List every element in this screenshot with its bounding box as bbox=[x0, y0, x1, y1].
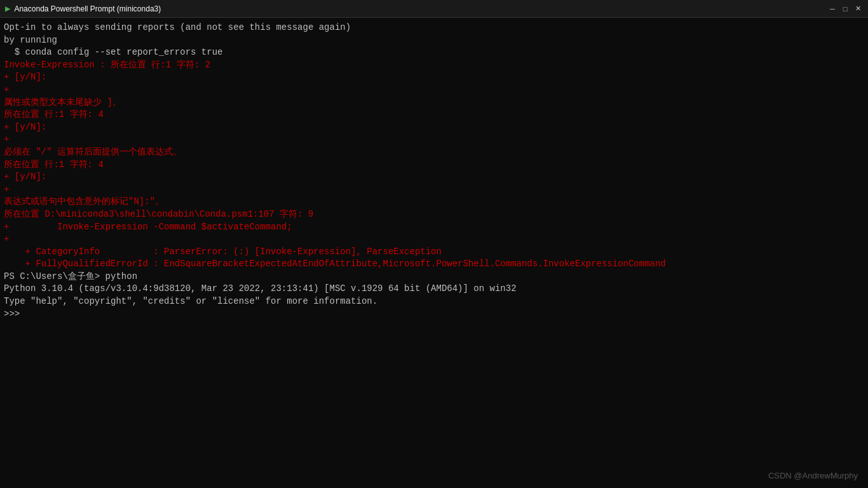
terminal-line: PS C:\Users\盒子鱼> python bbox=[4, 271, 864, 283]
close-button[interactable]: ✕ bbox=[853, 4, 863, 14]
terminal-line: + bbox=[4, 84, 864, 97]
terminal-line: $ conda config --set report_errors true bbox=[4, 46, 864, 59]
terminal-line: Opt-in to always sending reports (and no… bbox=[4, 22, 864, 34]
terminal-line: 表达式或语句中包含意外的标记"N]:"。 bbox=[4, 196, 864, 208]
terminal-line: + bbox=[4, 133, 864, 146]
title-bar-controls: ─ □ ✕ bbox=[827, 4, 863, 14]
terminal-line: Python 3.10.4 (tags/v3.10.4:9d38120, Mar… bbox=[4, 283, 864, 295]
terminal-line: 所在位置 行:1 字符: 4 bbox=[4, 109, 864, 121]
terminal-line: by running bbox=[4, 34, 864, 47]
terminal-line: + FullyQualifiedErrorId : EndSquareBrack… bbox=[4, 258, 864, 271]
terminal-line: + bbox=[4, 184, 864, 196]
terminal-line: 所在位置 行:1 字符: 4 bbox=[4, 159, 864, 172]
watermark: CSDN @AndrewMurphy bbox=[768, 471, 858, 480]
terminal-line: Type "help", "copyright", "credits" or "… bbox=[4, 295, 864, 308]
terminal-line: + [y/N]: bbox=[4, 71, 864, 84]
terminal-line: + Invoke-Expression -Command $activateCo… bbox=[4, 221, 864, 234]
terminal-line: + bbox=[4, 233, 864, 246]
terminal-line: 所在位置 D:\miniconda3\shell\condabin\Conda.… bbox=[4, 208, 864, 221]
title-bar: ▶ Anaconda Powershell Prompt (miniconda3… bbox=[0, 0, 868, 18]
terminal-line: 必须在 "/" 运算符后面提供一个值表达式。 bbox=[4, 146, 864, 159]
terminal-line: + CategoryInfo : ParserError: (:) [Invok… bbox=[4, 246, 864, 259]
terminal-line: Invoke-Expression : 所在位置 行:1 字符: 2 bbox=[4, 59, 864, 72]
terminal-line: + [y/N]: bbox=[4, 171, 864, 184]
terminal-window[interactable]: Opt-in to always sending reports (and no… bbox=[0, 18, 868, 488]
title-bar-text: Anaconda Powershell Prompt (miniconda3) bbox=[14, 4, 161, 13]
title-bar-left: ▶ Anaconda Powershell Prompt (miniconda3… bbox=[5, 3, 161, 14]
terminal-line: 属性或类型文本未尾缺少 ]。 bbox=[4, 97, 864, 109]
app-icon: ▶ bbox=[5, 3, 10, 14]
terminal-line: + [y/N]: bbox=[4, 121, 864, 134]
maximize-button[interactable]: □ bbox=[840, 4, 850, 14]
minimize-button[interactable]: ─ bbox=[827, 4, 837, 14]
terminal-line: >>> bbox=[4, 308, 864, 321]
